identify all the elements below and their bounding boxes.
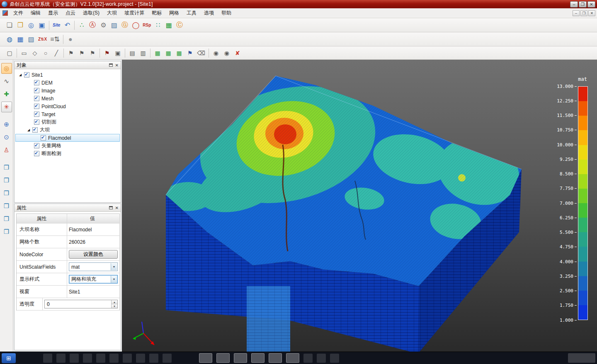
viewport-3d[interactable]: mat 13.000 12.250 11.500 10.750 10.000 9… — [122, 60, 597, 352]
annotate-a-icon[interactable]: Ⓐ — [87, 20, 98, 31]
globe-icon[interactable]: ◍ — [4, 34, 15, 45]
taskbar-icon[interactable] — [109, 354, 119, 363]
checkbox[interactable] — [34, 96, 39, 101]
panel-close-icon[interactable]: ✕ — [115, 206, 119, 210]
point-cloud-icon[interactable]: ∴ — [76, 20, 87, 31]
panel-close-icon[interactable]: ✕ — [115, 63, 119, 68]
mdi-minimize-button[interactable]: – — [573, 10, 580, 16]
pick-tool-icon[interactable]: ◎ — [1, 63, 12, 74]
menu-file[interactable]: 文件 — [10, 9, 27, 17]
site-tool-icon[interactable]: Site — [51, 20, 62, 31]
taskbar-icon[interactable] — [136, 354, 145, 363]
tree-item-sectiondetect[interactable]: 断面检测 — [15, 150, 120, 158]
zx-sort-icon[interactable]: Z⇅X — [36, 34, 49, 45]
menu-tools[interactable]: 工具 — [183, 9, 200, 17]
curve-tool-icon[interactable]: ∿ — [1, 76, 12, 87]
mdi-child-icon[interactable] — [2, 10, 8, 16]
new-file-icon[interactable]: ❏ — [4, 20, 15, 31]
tree-item-pointcloud[interactable]: PointCloud — [15, 102, 120, 110]
menu-select[interactable]: 选取(S) — [79, 9, 103, 17]
grid-move-icon[interactable]: ▦ — [163, 48, 174, 58]
line-select-icon[interactable]: ╱ — [51, 48, 62, 58]
transparency-input[interactable] — [45, 300, 111, 308]
grid-add-icon[interactable]: ▦ — [152, 48, 163, 58]
minimize-button[interactable]: – — [570, 1, 578, 7]
checkbox[interactable] — [41, 135, 46, 141]
box-edit-icon[interactable]: ▣ — [112, 48, 123, 58]
taskbar-icon[interactable] — [83, 354, 92, 363]
menu-dam[interactable]: 大坝 — [103, 9, 121, 17]
cube-tool-2-icon[interactable]: ❒ — [1, 175, 12, 186]
undock-icon[interactable] — [109, 63, 113, 67]
menu-pointcloud[interactable]: 点云 — [62, 9, 79, 17]
menu-target[interactable]: 靶标 — [148, 9, 165, 17]
checkbox[interactable] — [34, 88, 39, 93]
remove-x-icon[interactable]: ✘ — [232, 48, 243, 58]
axis-cross-tool-icon[interactable]: ✚ — [1, 89, 12, 99]
transparency-spinner[interactable]: ▲ ▼ — [44, 300, 118, 308]
menu-display[interactable]: 显示 — [44, 9, 62, 17]
scatter-points-icon[interactable]: ∷ — [153, 20, 163, 31]
color-grid-icon[interactable]: ▦ — [163, 20, 174, 31]
star-tool-icon[interactable]: ✳ — [1, 102, 12, 112]
pin-c-icon[interactable]: ⚑ — [87, 48, 98, 58]
menu-edit[interactable]: 编辑 — [27, 9, 44, 17]
scalar-field-select[interactable]: mat ▼ — [69, 262, 118, 271]
tree-item-mesh[interactable]: Mesh — [15, 95, 120, 102]
menu-slope-calc[interactable]: 坡度计算 — [121, 9, 148, 17]
tree-item-dem[interactable]: DEM — [15, 79, 120, 87]
image-panel-icon[interactable]: ▧ — [26, 34, 36, 45]
frame-b-icon[interactable]: ▥ — [138, 48, 148, 58]
tree-item-image[interactable]: Image — [15, 87, 120, 95]
expand-arrow-icon[interactable] — [27, 128, 32, 132]
search-doc-icon[interactable]: ◎ — [26, 20, 36, 31]
checkbox[interactable] — [32, 127, 38, 133]
cube-tool-5-icon[interactable]: ❒ — [1, 214, 12, 224]
maximize-button[interactable]: ❐ — [579, 1, 587, 7]
gear-icon[interactable]: ⚙ — [98, 20, 109, 31]
taskbar-icon[interactable] — [163, 354, 172, 363]
taskbar-icon[interactable] — [70, 354, 79, 363]
sphere-icon[interactable]: ● — [65, 34, 76, 45]
taskbar-icon[interactable] — [330, 354, 339, 363]
eye-hide-icon[interactable]: ◉ — [221, 48, 232, 58]
pin-add-icon[interactable]: ⚑ — [102, 48, 112, 58]
frame-a-icon[interactable]: ▤ — [127, 48, 138, 58]
display-style-select[interactable]: 网格和填充 ▼ — [69, 275, 118, 284]
tree-item-site1[interactable]: Site1 — [15, 71, 120, 79]
menu-grid[interactable]: 网格 — [165, 9, 183, 17]
taskbar-icon[interactable] — [43, 354, 52, 363]
checkbox[interactable] — [34, 151, 39, 156]
checkbox[interactable] — [34, 104, 39, 109]
tree-item-target[interactable]: Target — [15, 110, 120, 118]
taskbar-window-button[interactable] — [216, 353, 230, 363]
eye-show-icon[interactable]: ◉ — [211, 48, 221, 58]
checkbox[interactable] — [34, 119, 39, 125]
spin-down-icon[interactable]: ▼ — [112, 304, 117, 308]
set-color-button[interactable]: 设置颜色 — [69, 250, 118, 259]
close-button[interactable]: ✕ — [587, 1, 595, 7]
pin-a-icon[interactable]: ⚑ — [66, 48, 76, 58]
taskbar-icon[interactable] — [123, 354, 132, 363]
pick-select-icon[interactable]: ▢ — [4, 48, 15, 58]
taskbar-window-button[interactable] — [251, 353, 265, 363]
taskbar-icon[interactable] — [56, 354, 66, 363]
undock-icon[interactable] — [109, 206, 113, 209]
circle-g-icon[interactable]: Ⓖ — [119, 20, 130, 31]
checkbox[interactable] — [34, 143, 39, 148]
tree-item-cutplane[interactable]: 切割面 — [15, 118, 120, 126]
checkbox[interactable] — [24, 72, 29, 78]
cube-tool-3-icon[interactable]: ❒ — [1, 188, 12, 199]
start-button[interactable] — [2, 353, 16, 363]
taskbar-window-button[interactable] — [234, 353, 247, 363]
cube-tool-4-icon[interactable]: ❒ — [1, 201, 12, 211]
taskbar-icon[interactable] — [149, 354, 158, 363]
mdi-restore-button[interactable]: ❐ — [580, 10, 587, 16]
undo-icon[interactable]: ↶ — [62, 20, 73, 31]
grid-table-icon[interactable]: ▦ — [15, 34, 26, 45]
rect-select-icon[interactable]: ▭ — [19, 48, 29, 58]
list-sort-icon[interactable]: ≡⇅ — [49, 34, 61, 45]
mdi-close-button[interactable]: ✕ — [588, 10, 595, 16]
taskbar-window-button[interactable] — [269, 353, 282, 363]
taskbar-icon[interactable] — [96, 354, 105, 363]
